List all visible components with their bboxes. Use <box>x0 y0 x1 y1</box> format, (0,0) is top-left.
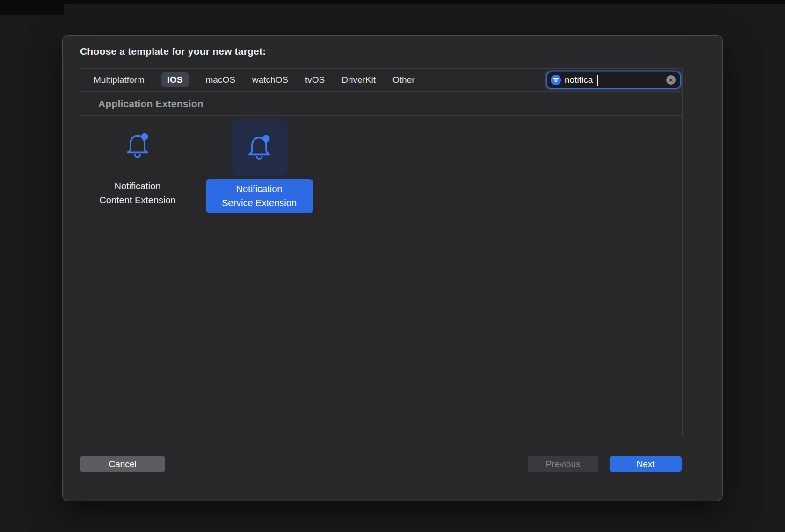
cancel-button[interactable]: Cancel <box>80 456 165 472</box>
window-corner-gap <box>0 0 64 15</box>
template-label-line2: Content Extension <box>83 193 192 207</box>
previous-button[interactable]: Previous <box>528 456 598 472</box>
tab-macos[interactable]: macOS <box>205 75 235 85</box>
screen-top-edge <box>0 0 785 4</box>
template-filter-field[interactable]: notifica ✕ <box>546 72 681 89</box>
notification-bell-icon <box>244 132 275 163</box>
tab-driverkit[interactable]: DriverKit <box>342 75 376 85</box>
filter-icon <box>551 75 561 85</box>
new-target-template-dialog: Choose a template for your new target: M… <box>62 35 723 501</box>
dialog-title: Choose a template for your new target: <box>80 46 266 57</box>
template-label-line1: Notification <box>206 182 313 196</box>
selected-template-icon-tile <box>231 119 288 176</box>
section-header: Application Extension <box>80 92 682 116</box>
platform-tab-bar: Multiplatform iOS macOS watchOS tvOS Dri… <box>80 69 682 92</box>
tab-other[interactable]: Other <box>392 75 415 85</box>
next-button[interactable]: Next <box>610 456 682 472</box>
tab-tvos[interactable]: tvOS <box>305 75 325 85</box>
tab-ios[interactable]: iOS <box>161 72 189 87</box>
template-notification-content-extension[interactable]: Notification Content Extension <box>83 116 192 207</box>
desktop-background: Choose a template for your new target: M… <box>0 0 785 532</box>
tab-watchos[interactable]: watchOS <box>252 75 288 85</box>
template-label-line2: Service Extension <box>206 196 313 210</box>
tab-multiplatform[interactable]: Multiplatform <box>94 75 145 85</box>
section-title: Application Extension <box>98 98 204 109</box>
notification-bell-icon <box>122 130 153 161</box>
template-chooser: Multiplatform iOS macOS watchOS tvOS Dri… <box>80 68 683 436</box>
clear-search-icon[interactable]: ✕ <box>666 75 676 85</box>
template-label-line1: Notification <box>83 179 192 193</box>
template-icon-wrap <box>83 116 192 176</box>
text-caret <box>597 75 598 86</box>
search-input[interactable]: notifica <box>565 75 593 85</box>
template-label: Notification Content Extension <box>83 179 192 207</box>
template-notification-service-extension[interactable]: Notification Service Extension <box>205 116 313 213</box>
template-grid: Notification Content Extension No <box>80 116 682 436</box>
template-label-selected: Notification Service Extension <box>206 179 313 213</box>
